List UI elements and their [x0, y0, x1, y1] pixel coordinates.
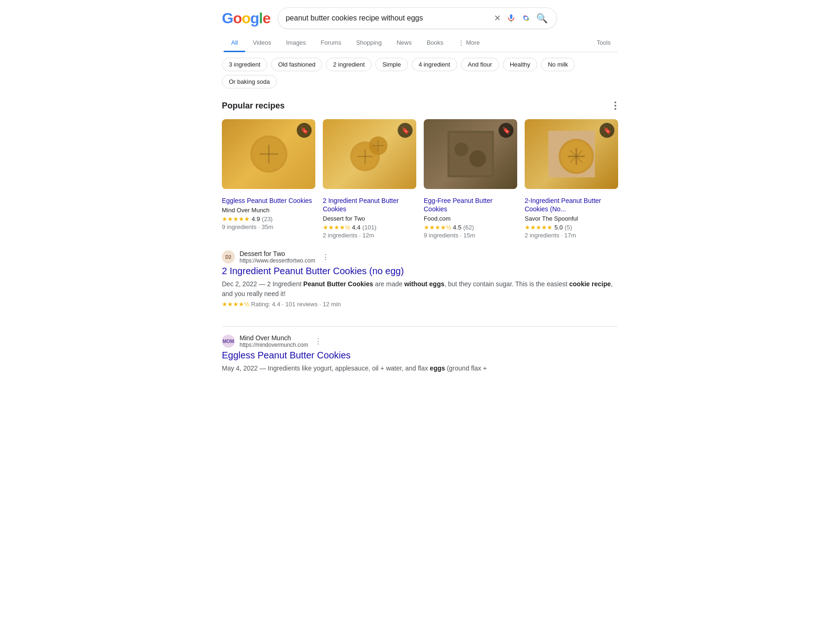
- cookie-svg-2: [347, 131, 393, 177]
- rating-count-3: (62): [463, 224, 474, 231]
- recipe-source-2: Dessert for Two: [323, 215, 416, 222]
- recipe-meta-1: 9 ingredients · 35m: [222, 223, 315, 230]
- chip-orbakingsoda[interactable]: Or baking soda: [222, 75, 277, 88]
- more-options-icon: [613, 100, 618, 112]
- result-options-button-2[interactable]: ⋮: [314, 337, 322, 346]
- svg-rect-15: [450, 133, 492, 175]
- cookie-svg-4: [548, 131, 595, 177]
- tab-forums[interactable]: Forums: [313, 34, 349, 52]
- chip-4ingredient[interactable]: 4 ingredient: [412, 58, 457, 71]
- chip-nomilk[interactable]: No milk: [541, 58, 575, 71]
- cookie-svg-3: [447, 131, 494, 177]
- rating-count-2: (101): [362, 224, 376, 231]
- result-snippet-2: May 4, 2022 — Ingredients like yogurt, a…: [222, 364, 618, 373]
- result-rating-line-1: ★★★★½ Rating: 4.4 · 101 reviews · 12 min: [222, 301, 618, 308]
- bookmark-button-2[interactable]: 🔖: [398, 123, 413, 138]
- tab-books[interactable]: Books: [419, 34, 451, 52]
- search-input[interactable]: [286, 14, 489, 22]
- search-submit-button[interactable]: 🔍: [535, 12, 549, 25]
- svg-point-17: [469, 150, 486, 167]
- recipe-img-wrapper-1: 🔖: [222, 119, 315, 193]
- result-site-name-2: Mind Over Munch: [240, 334, 308, 342]
- recipe-title-1[interactable]: Eggless Peanut Butter Cookies: [222, 196, 315, 205]
- chip-simple[interactable]: Simple: [375, 58, 408, 71]
- stars-2: ★★★★½: [323, 224, 350, 231]
- recipe-title-2[interactable]: 2 Ingredient Peanut Butter Cookies: [323, 196, 416, 213]
- filter-chips: 3 ingredient Old fashioned 2 ingredient …: [222, 58, 618, 88]
- recipe-card-1[interactable]: 🔖 Eggless Peanut Butter Cookies Mind Ove…: [222, 119, 315, 239]
- result-site-info-1: Dessert for Two https://www.dessertfortw…: [240, 250, 315, 264]
- recipe-card-4[interactable]: 🔖 2-Ingredient Peanut Butter Cookies (No…: [525, 119, 618, 239]
- chip-andflour[interactable]: And flour: [461, 58, 499, 71]
- recipe-source-3: Food.com: [424, 215, 517, 222]
- result-favicon-1: D2: [222, 250, 235, 263]
- recipe-img-wrapper-2: 🔖: [323, 119, 416, 193]
- svg-point-2: [524, 16, 528, 20]
- result-header-1: D2 Dessert for Two https://www.dessertfo…: [222, 250, 618, 264]
- clear-button[interactable]: ✕: [493, 12, 502, 24]
- popular-recipes-title: Popular recipes: [222, 101, 285, 111]
- recipe-cards: 🔖 Eggless Peanut Butter Cookies Mind Ove…: [222, 119, 618, 239]
- recipe-rating-1: ★★★★★ 4.9 (23): [222, 216, 315, 222]
- chip-oldfashioned[interactable]: Old fashioned: [271, 58, 322, 71]
- bookmark-button-4[interactable]: 🔖: [600, 123, 614, 138]
- chip-2ingredient[interactable]: 2 ingredient: [326, 58, 372, 71]
- recipe-rating-2: ★★★★½ 4.4 (101): [323, 224, 416, 231]
- recipe-meta-4: 2 ingredients · 17m: [525, 232, 618, 239]
- result-url-1: https://www.dessertfortwo.com: [240, 257, 315, 264]
- rating-value-2: 4.4: [352, 224, 360, 231]
- result-url-2: https://mindovermunch.com: [240, 342, 308, 348]
- google-logo: Google: [222, 10, 270, 27]
- recipe-card-2[interactable]: 🔖 2 Ingredient Peanut Butter Cookies Des…: [323, 119, 416, 239]
- tab-news[interactable]: News: [389, 34, 420, 52]
- result-stars-1: ★★★★½: [222, 301, 249, 308]
- rating-value-4: 5.0: [554, 224, 563, 231]
- result-favicon-2: MOM: [222, 335, 235, 348]
- chip-3ingredient[interactable]: 3 ingredient: [222, 58, 267, 71]
- result-options-button-1[interactable]: ⋮: [322, 253, 329, 262]
- recipe-card-3[interactable]: 🔖 Egg-Free Peanut Butter Cookies Food.co…: [424, 119, 517, 239]
- svg-point-16: [454, 142, 468, 156]
- clear-icon: ✕: [494, 13, 501, 23]
- result-site-name-1: Dessert for Two: [240, 250, 315, 257]
- lens-button[interactable]: [520, 13, 532, 24]
- search-bar: ✕ 🔍: [278, 7, 557, 29]
- result-title-1[interactable]: 2 Ingredient Peanut Butter Cookies (no e…: [222, 266, 618, 276]
- header: Google ✕: [222, 7, 618, 29]
- recipe-source-4: Savor The Spoonful: [525, 215, 618, 222]
- tab-videos[interactable]: Videos: [245, 34, 279, 52]
- chip-healthy[interactable]: Healthy: [503, 58, 537, 71]
- recipe-rating-4: ★★★★★ 5.0 (5): [525, 224, 618, 231]
- result-rating-text-1: Rating: 4.4 · 101 reviews · 12 min: [251, 301, 341, 308]
- google-lens-icon: [521, 13, 531, 23]
- stars-1: ★★★★★: [222, 216, 250, 222]
- svg-rect-0: [510, 14, 513, 19]
- rating-count-1: (23): [262, 216, 273, 222]
- recipe-img-wrapper-3: 🔖: [424, 119, 517, 193]
- rating-count-4: (5): [565, 224, 572, 231]
- microphone-icon: [507, 13, 516, 23]
- search-result-1: D2 Dessert for Two https://www.dessertfo…: [222, 250, 618, 317]
- microphone-button[interactable]: [506, 13, 517, 24]
- result-title-2[interactable]: Eggless Peanut Butter Cookies: [222, 350, 618, 361]
- tab-tools[interactable]: Tools: [589, 34, 618, 52]
- recipe-title-3[interactable]: Egg-Free Peanut Butter Cookies: [424, 196, 517, 213]
- search-icon: 🔍: [536, 13, 548, 24]
- recipe-meta-2: 2 ingredients · 12m: [323, 232, 416, 239]
- bookmark-button-3[interactable]: 🔖: [499, 123, 513, 138]
- tab-more[interactable]: ⋮ More: [451, 34, 487, 52]
- recipe-title-4[interactable]: 2-Ingredient Peanut Butter Cookies (No..…: [525, 196, 618, 213]
- nav-tabs: All Videos Images Forums Shopping News B…: [222, 34, 618, 52]
- recipe-rating-3: ★★★★½ 4.5 (62): [424, 224, 517, 231]
- tab-images[interactable]: Images: [279, 34, 313, 52]
- tab-shopping[interactable]: Shopping: [349, 34, 389, 52]
- tab-all[interactable]: All: [224, 34, 245, 52]
- rating-value-3: 4.5: [453, 224, 461, 231]
- result-site-info-2: Mind Over Munch https://mindovermunch.co…: [240, 334, 308, 348]
- result-snippet-1: Dec 2, 2022 — 2 Ingredient Peanut Butter…: [222, 279, 618, 299]
- bookmark-button-1[interactable]: 🔖: [297, 123, 312, 138]
- stars-4: ★★★★★: [525, 224, 553, 231]
- cookie-svg-1: [246, 131, 292, 177]
- result-header-2: MOM Mind Over Munch https://mindovermunc…: [222, 334, 618, 348]
- more-options-button[interactable]: [613, 100, 618, 112]
